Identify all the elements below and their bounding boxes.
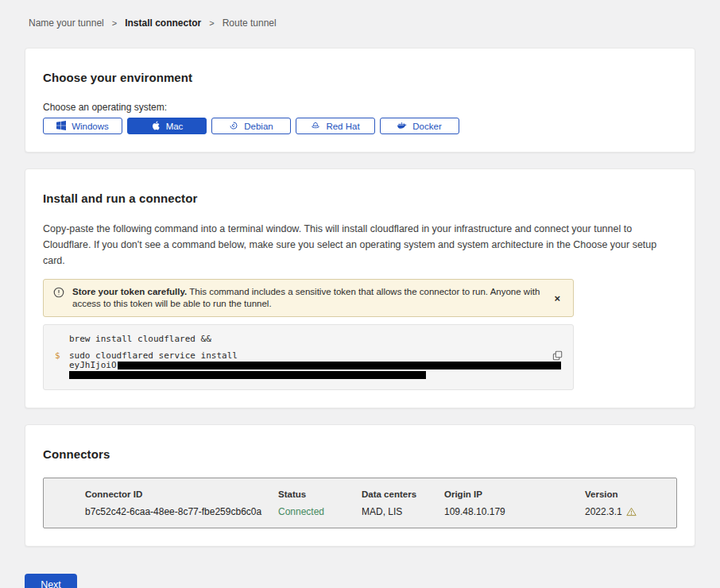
install-connector-card: Install and run a connector Copy-paste t…: [25, 168, 695, 408]
shell-prompt: $: [55, 350, 69, 361]
version-number: 2022.3.1: [585, 506, 622, 517]
os-select-label: Choose an operating system:: [43, 102, 677, 113]
code-text-brew: brew install cloudflared &&: [69, 334, 211, 344]
code-text-token-prefix: eyJhIjoiO: [69, 360, 117, 370]
choose-environment-card: Choose your environment Choose an operat…: [25, 48, 695, 153]
card-title-install-connector: Install and run a connector: [43, 191, 677, 205]
breadcrumb-install-connector[interactable]: Install connector: [125, 17, 201, 29]
os-button-label: Red Hat: [326, 122, 359, 131]
breadcrumb-name-your-tunnel[interactable]: Name your tunnel: [29, 17, 104, 29]
os-button-windows[interactable]: Windows: [43, 118, 122, 134]
os-button-docker[interactable]: Docker: [380, 118, 459, 134]
connectors-table: Connector ID Status Data centers Origin …: [43, 478, 677, 528]
connector-data-centers-value: MAD, LIS: [362, 506, 444, 517]
connector-version-value: 2022.3.1: [585, 506, 676, 517]
breadcrumb-route-tunnel[interactable]: Route tunnel: [223, 17, 277, 29]
column-header-data-centers: Data centers: [362, 489, 444, 499]
redhat-logo-icon: [311, 121, 320, 132]
close-icon[interactable]: ×: [551, 292, 563, 304]
next-button[interactable]: Next: [25, 574, 77, 588]
redacted-token-bar: [118, 362, 561, 369]
os-button-label: Windows: [72, 122, 109, 131]
debian-logo-icon: [229, 121, 238, 132]
install-description: Copy-paste the following command into a …: [43, 221, 677, 269]
code-line-token: eyJhIjoiO: [55, 361, 562, 369]
redacted-token-bar: [69, 371, 426, 379]
column-header-origin-ip: Origin IP: [444, 489, 585, 499]
windows-logo-icon: [56, 121, 66, 132]
os-button-group: Windows Mac Debian Red Hat: [43, 118, 677, 134]
connector-table-row: b7c52c42-6caa-48ee-8c77-fbe259cb6c0a Con…: [44, 506, 676, 517]
connector-origin-ip-value: 109.48.10.179: [444, 506, 585, 517]
connector-id-value: b7c52c42-6caa-48ee-8c77-fbe259cb6c0a: [85, 506, 278, 517]
code-line-brew: brew install cloudflared &&: [55, 335, 562, 343]
column-header-connector-id: Connector ID: [85, 489, 278, 499]
breadcrumb-separator: >: [112, 18, 117, 28]
os-button-label: Mac: [166, 122, 184, 131]
connector-status-badge: Connected: [278, 506, 362, 517]
os-button-label: Debian: [244, 122, 273, 131]
docker-logo-icon: [397, 121, 407, 132]
breadcrumb: Name your tunnel > Install connector > R…: [25, 0, 695, 29]
connectors-card: Connectors Connector ID Status Data cent…: [25, 424, 695, 547]
column-header-version: Version: [585, 489, 676, 499]
page: Name your tunnel > Install connector > R…: [0, 0, 720, 588]
os-button-redhat[interactable]: Red Hat: [296, 118, 375, 134]
os-button-label: Docker: [412, 122, 441, 131]
breadcrumb-separator: >: [209, 18, 214, 28]
install-command-codeblock: brew install cloudflared && $ sudo cloud…: [43, 324, 574, 390]
apple-logo-icon: [151, 121, 161, 132]
warning-triangle-icon: [626, 507, 637, 516]
copy-icon[interactable]: [552, 350, 563, 363]
info-circle-icon: [53, 287, 64, 301]
token-warning-text: Store your token carefully. This command…: [72, 286, 543, 310]
code-line-token-2: [55, 370, 562, 379]
token-warning-title: Store your token carefully.: [72, 287, 187, 296]
token-warning-banner: Store your token carefully. This command…: [43, 279, 574, 317]
code-line-sudo: $ sudo cloudflared service install: [55, 351, 562, 360]
os-button-debian[interactable]: Debian: [211, 118, 291, 134]
card-title-connectors: Connectors: [43, 447, 677, 461]
os-button-mac[interactable]: Mac: [127, 118, 207, 134]
connectors-table-header: Connector ID Status Data centers Origin …: [44, 489, 676, 499]
column-header-status: Status: [278, 489, 362, 499]
card-title-environment: Choose your environment: [43, 71, 677, 84]
